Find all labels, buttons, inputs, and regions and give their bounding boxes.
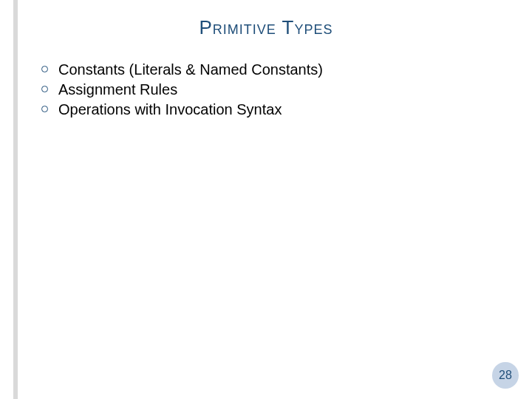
slide-title: Primitive Types <box>0 16 532 39</box>
bullet-icon <box>41 66 48 72</box>
bullet-text: Operations with Invocation Syntax <box>58 100 502 119</box>
list-item: Constants (Literals & Named Constants) <box>41 61 502 79</box>
slide: Primitive Types Constants (Literals & Na… <box>0 0 532 399</box>
bullet-icon <box>41 86 48 92</box>
bullet-icon <box>41 106 48 112</box>
bullet-list: Constants (Literals & Named Constants) A… <box>41 61 502 120</box>
list-item: Operations with Invocation Syntax <box>41 100 502 119</box>
bullet-text: Assignment Rules <box>58 81 502 99</box>
bullet-text: Constants (Literals & Named Constants) <box>58 61 502 79</box>
page-number: 28 <box>499 369 512 382</box>
page-number-badge: 28 <box>492 362 519 389</box>
accent-stripe <box>13 0 18 399</box>
list-item: Assignment Rules <box>41 81 502 99</box>
